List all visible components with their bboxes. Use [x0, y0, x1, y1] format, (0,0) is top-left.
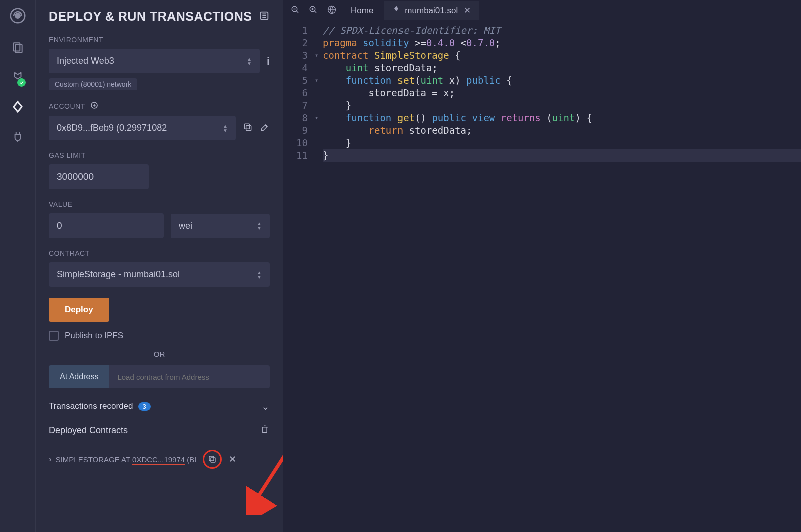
publish-ipfs-label: Publish to IPFS	[65, 331, 123, 341]
svg-point-1	[15, 13, 20, 18]
value-unit-select[interactable]: wei ▲▼	[171, 214, 270, 238]
at-address-input[interactable]	[109, 365, 270, 388]
deploy-button[interactable]: Deploy	[49, 298, 109, 322]
at-address-button[interactable]: At Address	[49, 365, 109, 388]
value-amount-input[interactable]	[49, 213, 164, 238]
panel-title: DEPLOY & RUN TRANSACTIONS	[49, 9, 252, 24]
account-label: ACCOUNT	[49, 101, 270, 111]
info-icon[interactable]: i	[267, 55, 270, 68]
remove-contract-icon[interactable]: ✕	[229, 454, 236, 465]
panel-settings-icon[interactable]	[259, 10, 270, 23]
contract-instance-label: SIMPLESTORAGE AT 0XDCC...19974 (BL	[56, 455, 199, 464]
svg-rect-7	[246, 125, 251, 130]
line-gutter: 1234567891011	[283, 24, 315, 162]
deploy-run-panel: DEPLOY & RUN TRANSACTIONS ENVIRONMENT In…	[35, 0, 283, 532]
transactions-expand-icon[interactable]: ⌄	[261, 400, 270, 412]
tab-home[interactable]: Home	[343, 2, 381, 20]
deployed-contracts-label: Deployed Contracts	[49, 425, 128, 436]
svg-rect-6	[244, 124, 249, 129]
tab-file[interactable]: mumbai01.sol ✕	[384, 1, 479, 20]
environment-value: Injected Web3	[57, 56, 114, 66]
copy-contract-address-button[interactable]	[203, 450, 222, 469]
account-select[interactable]: 0x8D9...fBeb9 (0.29971082 ▲▼	[49, 116, 236, 140]
gas-limit-input[interactable]	[49, 164, 149, 189]
network-chip: Custom (80001) network	[49, 78, 137, 90]
transactions-recorded-label: Transactions recorded	[49, 401, 133, 411]
deploy-run-icon[interactable]	[10, 99, 25, 116]
deployed-contract-row: › SIMPLESTORAGE AT 0XDCC...19974 (BL ✕	[49, 450, 270, 469]
file-explorer-icon[interactable]	[11, 41, 24, 56]
home-globe-icon[interactable]	[324, 2, 340, 20]
account-value: 0x8D9...fBeb9 (0.29971082	[57, 123, 167, 133]
compile-success-badge-icon	[17, 78, 26, 87]
solidity-file-icon	[392, 5, 400, 16]
remix-logo-icon[interactable]	[8, 6, 27, 27]
edit-account-icon[interactable]	[260, 122, 270, 134]
plugin-manager-icon[interactable]	[11, 130, 24, 145]
environment-select[interactable]: Injected Web3 ▲▼	[49, 49, 260, 73]
clear-deployed-icon[interactable]	[260, 424, 270, 437]
icon-sidebar	[0, 0, 35, 532]
solidity-compiler-icon[interactable]	[11, 70, 24, 85]
svg-rect-9	[211, 458, 215, 462]
annotation-arrow-icon	[246, 425, 283, 515]
zoom-in-icon[interactable]	[306, 2, 321, 19]
transactions-count-badge: 3	[138, 402, 151, 411]
contract-expand-icon[interactable]: ›	[49, 454, 52, 464]
svg-rect-8	[209, 456, 214, 461]
add-account-icon[interactable]	[90, 101, 98, 111]
copy-account-icon[interactable]	[243, 122, 253, 134]
publish-ipfs-checkbox[interactable]	[49, 331, 59, 341]
code-editor: Home mumbai01.sol ✕ 1234567891011 ▾▾▾ //…	[283, 0, 801, 532]
value-label: VALUE	[49, 200, 270, 208]
or-separator: OR	[49, 350, 270, 358]
gas-limit-label: GAS LIMIT	[49, 151, 270, 159]
contract-label: CONTRACT	[49, 249, 270, 257]
editor-tabbar: Home mumbai01.sol ✕	[283, 0, 801, 21]
fold-gutter: ▾▾▾	[315, 24, 323, 162]
zoom-out-icon[interactable]	[288, 2, 303, 19]
contract-select[interactable]: SimpleStorage - mumbai01.sol ▲▼	[49, 262, 270, 287]
code-body[interactable]: // SPDX-License-Identifier: MITpragma so…	[323, 24, 801, 162]
tab-close-icon[interactable]: ✕	[464, 5, 471, 16]
environment-label: ENVIRONMENT	[49, 36, 270, 44]
